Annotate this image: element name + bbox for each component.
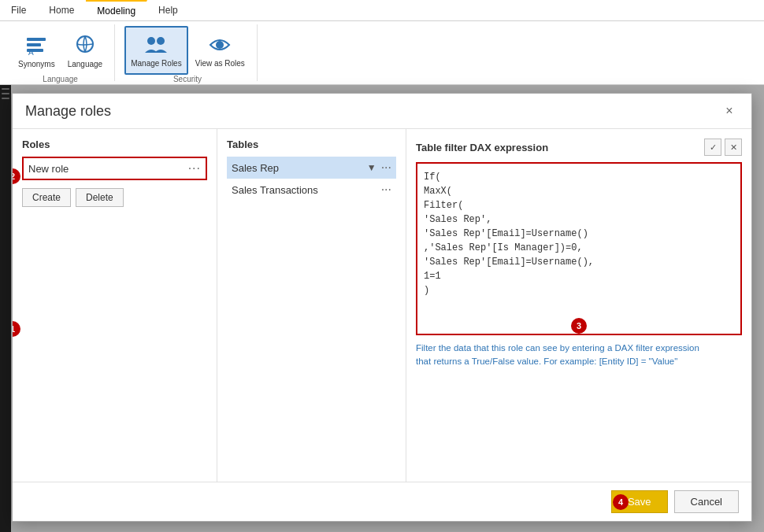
step-1-circle: 1 [13,321,20,337]
dialog-close-button[interactable]: × [720,102,739,120]
svg-rect-0 [27,38,46,41]
ribbon-group-security: Manage Roles View as Roles Security [118,24,258,81]
step-2-circle: 2 [13,168,20,184]
dialog-overlay: Manage roles × 1 2 Roles New role ··· Cr… [0,85,764,532]
dax-hint-line2: that returns a True/False value. For exa… [416,357,677,366]
language-icon [72,33,98,58]
dax-x-button[interactable]: ✕ [725,139,742,156]
ribbon-content: A Synonyms Language Language [0,21,764,84]
role-item-menu[interactable]: ··· [188,161,201,175]
table-item-sales-rep[interactable]: Sales Rep ▼ ··· [227,157,396,179]
dialog-footer: 4 Save Cancel [13,482,751,521]
svg-point-7 [216,41,224,49]
table-item-sales-transactions[interactable]: Sales Transactions ··· [227,179,396,201]
dialog-body: 1 2 Roles New role ··· Create Delete Tab… [13,129,751,482]
language-group-label: Language [43,75,78,83]
dialog-titlebar: Manage roles × [13,94,751,129]
dax-editor[interactable]: If( MaxX( Filter( 'Sales Rep', 'Sales Re… [416,162,742,335]
tab-help[interactable]: Help [147,0,190,20]
ribbon: File Home Modeling Help A Synonyms [0,0,764,85]
dax-header-icons: ✓ ✕ [704,139,742,156]
security-buttons: Manage Roles View as Roles [124,26,250,75]
manage-roles-button[interactable]: Manage Roles [124,26,187,75]
view-as-roles-button[interactable]: View as Roles [190,26,250,75]
roles-panel-title: Roles [22,139,207,150]
svg-rect-1 [27,43,41,46]
cancel-button[interactable]: Cancel [674,490,739,513]
svg-point-5 [147,37,155,45]
tab-file[interactable]: File [0,0,38,20]
svg-point-6 [157,37,165,45]
role-item-label: New role [28,163,69,175]
tab-home[interactable]: Home [38,0,86,20]
tables-panel: Tables Sales Rep ▼ ··· Sales Transaction… [217,129,406,482]
svg-text:A: A [28,48,34,57]
dialog-title: Manage roles [25,103,111,120]
dax-hint: Filter the data that this role can see b… [416,342,742,369]
synonyms-button[interactable]: A Synonyms [13,26,61,75]
tab-modeling[interactable]: Modeling [86,0,147,20]
table-sales-rep-actions: ▼ ··· [367,161,391,175]
table-sales-transactions-name: Sales Transactions [232,184,318,196]
ribbon-tabs: File Home Modeling Help [0,0,764,21]
manage-roles-dialog: Manage roles × 1 2 Roles New role ··· Cr… [12,93,752,522]
table-sales-transactions-menu[interactable]: ··· [381,183,391,197]
step-3-circle: 3 [571,318,587,334]
dax-panel-header: Table filter DAX expression ✓ ✕ [416,139,742,156]
ribbon-group-language: A Synonyms Language Language [6,24,115,81]
dax-check-button[interactable]: ✓ [704,139,721,156]
view-as-roles-label: View as Roles [195,59,245,68]
manage-roles-icon [143,32,169,57]
synonyms-icon: A [24,33,49,58]
filter-icon: ▼ [367,162,376,173]
role-item[interactable]: New role ··· [22,157,207,180]
roles-panel: 1 2 Roles New role ··· Create Delete [13,129,217,482]
step-4-circle: 4 [613,494,629,510]
language-button[interactable]: Language [62,26,109,75]
security-group-label: Security [173,75,202,83]
delete-button[interactable]: Delete [76,188,124,207]
table-sales-rep-name: Sales Rep [232,162,279,174]
language-buttons: A Synonyms Language [13,26,108,75]
manage-roles-label: Manage Roles [131,59,181,68]
table-sales-rep-menu[interactable]: ··· [381,161,391,175]
dax-panel: 3 Table filter DAX expression ✓ ✕ If( Ma… [406,129,751,482]
view-as-roles-icon [207,32,232,57]
dax-hint-line1: Filter the data that this role can see b… [416,343,699,353]
create-button[interactable]: Create [22,188,71,207]
tables-panel-title: Tables [227,139,396,150]
roles-buttons: Create Delete [22,188,207,207]
dax-panel-title: Table filter DAX expression [416,142,548,153]
